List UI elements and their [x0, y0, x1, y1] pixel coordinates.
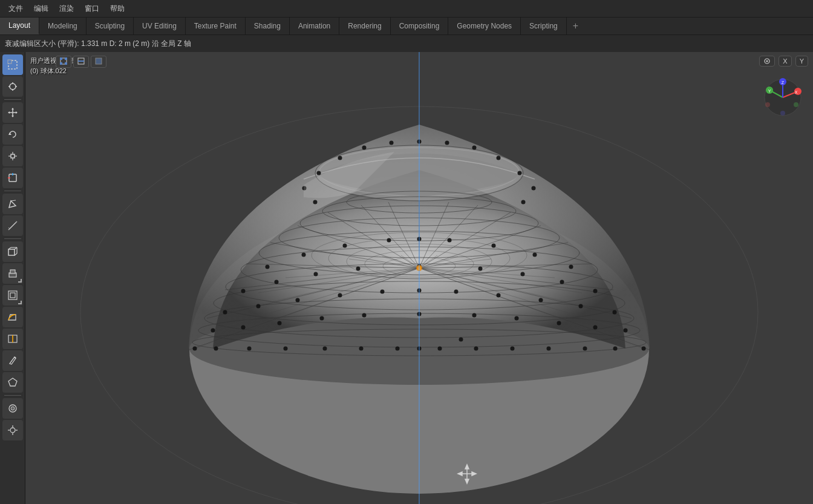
svg-point-164	[338, 156, 342, 160]
svg-marker-9	[11, 108, 14, 110]
menu-edit[interactable]: 编辑	[29, 2, 53, 16]
select-mode-vertex[interactable]	[56, 56, 71, 68]
svg-rect-27	[8, 249, 15, 255]
svg-point-174	[313, 200, 318, 205]
svg-rect-189	[60, 62, 62, 65]
measure-tool[interactable]	[2, 215, 23, 236]
svg-line-39	[15, 357, 16, 358]
svg-point-125	[278, 321, 282, 326]
viewport-3d[interactable]: 用户透视 (局部) (0) 球体.022 X	[25, 52, 813, 504]
menu-file[interactable]: 文件	[4, 2, 28, 16]
svg-point-166	[390, 141, 394, 145]
tab-rendering[interactable]: Rendering	[339, 18, 390, 34]
knife-tool[interactable]	[2, 350, 23, 371]
svg-point-155	[302, 253, 306, 257]
svg-point-108	[193, 347, 197, 351]
loop-cut-tool[interactable]	[2, 329, 23, 349]
svg-point-147	[314, 272, 318, 277]
svg-point-127	[362, 313, 367, 318]
svg-rect-1	[8, 60, 11, 64]
viewport-x-axis-label[interactable]: X	[779, 56, 791, 67]
svg-point-122	[642, 347, 646, 351]
svg-point-156	[343, 244, 347, 248]
menu-window[interactable]: 窗口	[80, 2, 104, 16]
tab-scripting[interactable]: Scripting	[521, 18, 567, 34]
svg-text:Y: Y	[768, 89, 771, 93]
cursor-tool[interactable]	[2, 76, 23, 97]
svg-text:X: X	[795, 90, 798, 94]
cube-add-tool[interactable]	[2, 241, 23, 262]
svg-point-111	[284, 347, 288, 351]
bevel-tool[interactable]	[2, 307, 23, 327]
tab-uv-editing[interactable]: UV Editing	[134, 18, 186, 34]
poly-build-tool[interactable]	[2, 372, 23, 393]
svg-point-137	[338, 293, 342, 298]
viewport-y-axis-label[interactable]: Y	[795, 56, 808, 67]
tab-layout[interactable]: Layout	[0, 18, 39, 34]
extrude-tool[interactable]	[2, 263, 23, 284]
svg-point-173	[521, 200, 526, 205]
select-mode-face[interactable]	[91, 56, 106, 68]
status-bar: 衰减编辑区大小 (平滑): 1.331 m D: 2 m (2 m) 沿 全局 …	[0, 35, 813, 52]
svg-point-169	[472, 146, 477, 150]
inset-tool[interactable]	[2, 285, 23, 306]
tab-modeling[interactable]: Modeling	[39, 18, 87, 34]
tab-shading[interactable]: Shading	[246, 18, 290, 34]
svg-point-113	[359, 347, 364, 351]
transform-tool[interactable]	[2, 168, 23, 188]
tab-animation[interactable]: Animation	[290, 18, 339, 34]
svg-point-109	[214, 347, 218, 351]
tab-geometry-nodes[interactable]: Geometry Nodes	[448, 18, 521, 34]
svg-point-168	[445, 141, 449, 145]
svg-point-110	[247, 347, 252, 351]
menu-help[interactable]: 帮助	[105, 2, 129, 16]
svg-point-163	[317, 171, 321, 175]
svg-rect-193	[96, 58, 102, 64]
svg-rect-35	[8, 291, 17, 299]
menu-render[interactable]: 渲染	[54, 2, 79, 16]
navigation-gizmo[interactable]: X Y Z	[759, 73, 807, 122]
svg-point-148	[356, 267, 361, 271]
move-tool[interactable]	[2, 102, 23, 123]
tab-texture-paint[interactable]: Texture Paint	[186, 18, 246, 34]
svg-marker-12	[16, 111, 18, 114]
shrink-fatten-tool[interactable]	[2, 420, 23, 440]
svg-rect-36	[10, 293, 15, 298]
tab-compositing[interactable]: Compositing	[391, 18, 449, 34]
svg-marker-10	[11, 116, 14, 117]
tab-add-button[interactable]: +	[567, 18, 584, 34]
annotate-tool[interactable]	[2, 194, 23, 214]
menu-items: 文件 编辑 渲染 窗口 帮助	[0, 2, 133, 16]
scale-tool[interactable]	[2, 146, 23, 166]
svg-point-132	[593, 326, 598, 330]
svg-point-134	[223, 310, 227, 315]
select-box-tool[interactable]	[2, 54, 23, 75]
toolbar-separator-1	[4, 99, 21, 100]
svg-point-118	[511, 347, 515, 351]
toolbar-separator-2	[4, 191, 21, 191]
svg-point-208	[780, 111, 785, 116]
svg-point-141	[497, 293, 501, 298]
svg-point-131	[557, 321, 561, 326]
main-layout: 用户透视 (局部) (0) 球体.022 X	[0, 52, 813, 504]
svg-point-129	[472, 313, 477, 318]
svg-point-43	[10, 428, 15, 433]
svg-point-119	[547, 347, 551, 351]
toolbar-separator-3	[4, 238, 21, 239]
rotate-tool[interactable]	[2, 124, 23, 145]
svg-point-172	[532, 186, 536, 191]
svg-rect-34	[10, 270, 15, 273]
svg-rect-14	[11, 154, 15, 158]
svg-marker-40	[8, 378, 17, 386]
svg-point-153	[593, 289, 598, 293]
svg-point-165	[362, 146, 367, 150]
tab-sculpting[interactable]: Sculpting	[87, 18, 134, 34]
svg-point-195	[766, 61, 768, 62]
svg-point-144	[613, 310, 617, 315]
viewport-overlay-toggle[interactable]	[759, 56, 775, 67]
svg-point-178	[459, 338, 463, 342]
smooth-vertex-tool[interactable]	[2, 398, 23, 419]
select-mode-edge[interactable]	[73, 56, 89, 68]
header-select-buttons	[56, 56, 106, 68]
svg-point-117	[474, 347, 478, 351]
